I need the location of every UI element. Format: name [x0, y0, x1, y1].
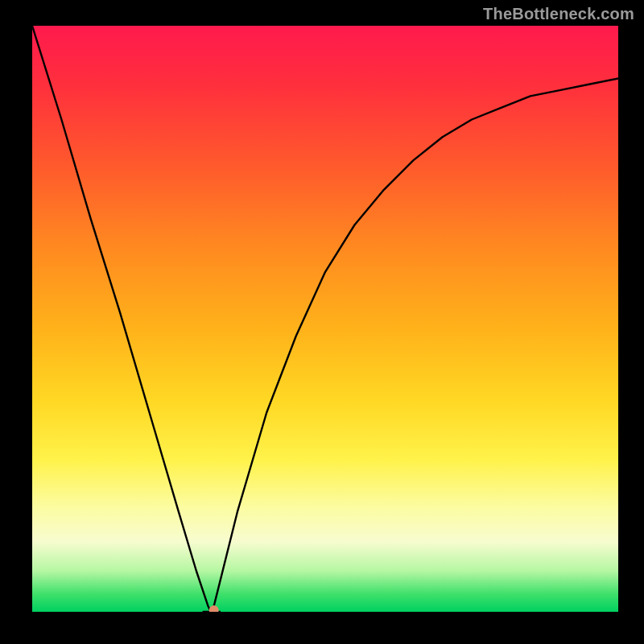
bottleneck-curve: [32, 26, 618, 612]
plot-area: [32, 26, 618, 612]
minimum-marker: [209, 605, 219, 612]
curve-svg: [32, 26, 618, 612]
watermark-label: TheBottleneck.com: [483, 5, 634, 23]
chart-frame: TheBottleneck.com: [0, 0, 644, 644]
